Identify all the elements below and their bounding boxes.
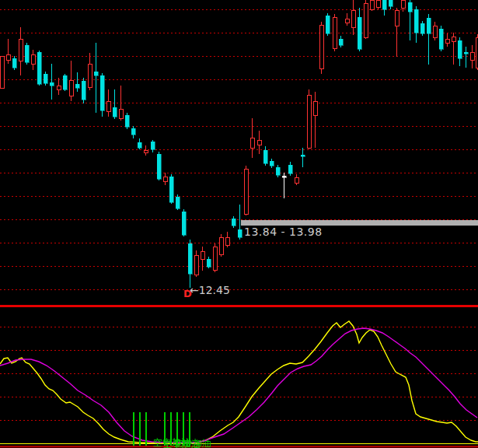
candle-body-down [414, 9, 418, 33]
candle-body-up [445, 39, 449, 43]
candle-body-up [144, 150, 148, 152]
candle-body-down [12, 58, 16, 68]
candle-body-down [458, 40, 462, 58]
candle-body-up [313, 101, 317, 115]
candle-body-up [119, 109, 123, 118]
candle-body-down [427, 18, 431, 33]
candle-body-down [169, 177, 173, 202]
candle-body-down [176, 197, 180, 208]
candle-body-down [100, 75, 104, 110]
candle-body-down [50, 82, 54, 86]
candle-body-up [345, 19, 349, 23]
signal-text-cluster: 空中加油 空中加油 空中加油 [153, 436, 215, 448]
candle-body-up [219, 237, 223, 254]
candle-body-down [94, 72, 98, 75]
candle-body-down [82, 81, 85, 100]
candle-body-down [157, 154, 161, 179]
candle-body-up [69, 80, 73, 96]
candle-body-up [250, 138, 254, 148]
candle-body-down [113, 107, 117, 117]
candle-body-down [408, 2, 412, 12]
candle-body-up [395, 10, 399, 26]
candle-body-down [37, 52, 41, 84]
resistance-band [241, 220, 478, 226]
candle-body-down [207, 259, 211, 267]
candle-body-down [270, 161, 274, 166]
candle-body-up [257, 140, 261, 145]
signal-text: 空中加油 [174, 437, 211, 448]
slow-line [0, 328, 477, 443]
candle-body-down [389, 0, 393, 6]
fast-line [0, 321, 478, 443]
candle-body-up [88, 64, 92, 87]
candle-body-up [244, 169, 248, 214]
candle-body-down [288, 165, 292, 173]
candle-body-doji [282, 176, 286, 177]
candle-body-down [339, 39, 343, 45]
candle-body-down [25, 45, 29, 62]
candle-body-up [370, 0, 374, 9]
candle-body-up [376, 0, 380, 7]
candle-body-up [213, 247, 217, 270]
candle-body-down [131, 128, 135, 135]
candle-body-up [225, 237, 229, 245]
candle-body-down [358, 17, 361, 49]
candle-body-down [276, 167, 280, 175]
candle-body-down [420, 23, 424, 33]
low-price-label: ←12.45 [190, 284, 230, 296]
candle-body-up [0, 56, 4, 88]
candle-body-up [106, 101, 110, 111]
stock-chart-window: 13.84 - 13.98 ←12.45 D 空中加油 空中加油 空中加油 [0, 0, 478, 448]
candle-body-up [307, 95, 311, 148]
candle-body-down [138, 142, 141, 148]
candle-body-down [125, 115, 129, 127]
candle-body-up [31, 54, 35, 64]
candle-body-up [57, 86, 61, 89]
candle-body-down [238, 229, 242, 237]
candle-body-up [201, 251, 204, 259]
candlestick-chart-canvas[interactable] [0, 0, 478, 448]
candle-body-down [301, 155, 305, 156]
candle-body-up [19, 39, 23, 61]
candle-body-down [439, 29, 443, 49]
candle-body-up [163, 177, 167, 181]
candle-body-down [63, 75, 67, 89]
candle-body-up [194, 255, 198, 275]
candle-body-up [470, 52, 474, 60]
candle-body-down [326, 16, 330, 33]
candle-body-up [333, 17, 337, 48]
candle-body-down [188, 243, 192, 274]
low-marker-d: D [183, 288, 192, 299]
candle-body-up [452, 37, 455, 41]
candle-body-down [263, 150, 267, 163]
candle-body-down [151, 142, 155, 149]
candle-body-down [382, 0, 386, 9]
candle-body-down [232, 219, 236, 226]
candle-body-up [401, 0, 405, 8]
candle-body-down [75, 84, 79, 88]
candle-body-up [319, 25, 323, 68]
panel-divider [0, 305, 478, 307]
candle-body-down [464, 52, 468, 54]
candle-body-up [6, 54, 10, 60]
candle-body-down [182, 212, 186, 235]
candle-body-down [44, 74, 47, 83]
candle-body-up [351, 10, 355, 27]
candle-body-up [433, 26, 437, 37]
candle-body-up [364, 3, 368, 37]
candle-body-up [295, 177, 298, 183]
resistance-band-label: 13.84 - 13.98 [244, 226, 323, 238]
